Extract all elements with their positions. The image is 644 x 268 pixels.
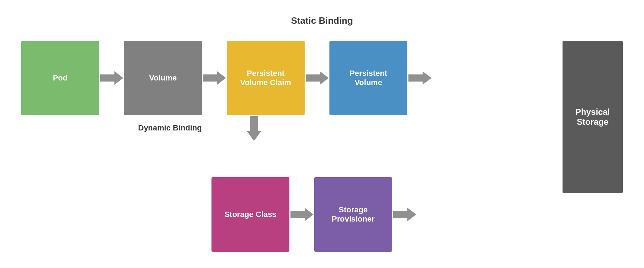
arrow-pv-to-physical — [407, 71, 432, 85]
arrow-down-icon — [247, 116, 261, 141]
top-row: Pod Volume PersistentVolume Claim — [21, 41, 623, 115]
pv-label: PersistentVolume — [350, 69, 387, 87]
physical-label: PhysicalStorage — [575, 107, 610, 127]
dynamic-binding-title: Dynamic Binding — [138, 123, 202, 133]
volume-label: Volume — [149, 73, 177, 83]
bottom-row: Storage Class StorageProvisioner — [211, 177, 417, 252]
svg-marker-6 — [393, 208, 416, 221]
arrow-right-icon-6 — [393, 208, 416, 221]
svg-marker-2 — [306, 71, 329, 85]
storage-provisioner-label: StorageProvisioner — [332, 205, 374, 224]
svg-marker-0 — [100, 71, 123, 85]
svg-marker-4 — [247, 116, 261, 141]
svg-marker-1 — [203, 71, 226, 85]
svg-marker-3 — [408, 71, 431, 85]
arrow-right-icon-4 — [408, 71, 431, 85]
volume-box: Volume — [124, 41, 202, 115]
storage-class-label: Storage Class — [225, 210, 277, 219]
pod-box: Pod — [21, 41, 99, 115]
pvc-label: PersistentVolume Claim — [240, 69, 291, 87]
arrow-right-icon-5 — [290, 208, 313, 221]
arrow-pvc-down — [245, 115, 263, 142]
arrow-pod-to-volume — [99, 71, 124, 85]
storage-provisioner-box: StorageProvisioner — [314, 177, 392, 252]
arrow-right-icon — [100, 71, 123, 85]
pv-box: PersistentVolume — [329, 41, 407, 115]
physical-storage-box: PhysicalStorage — [563, 41, 623, 193]
diagram-container: Static Binding Pod Volume PersistentVolu… — [0, 0, 644, 268]
arrow-right-icon-3 — [306, 71, 329, 85]
storage-class-box: Storage Class — [211, 177, 289, 252]
pvc-box: PersistentVolume Claim — [227, 41, 305, 115]
arrow-sp-to-physical — [392, 207, 417, 222]
svg-marker-5 — [290, 208, 313, 221]
static-binding-title: Static Binding — [0, 15, 644, 26]
pod-label: Pod — [53, 73, 68, 83]
arrow-volume-to-pvc — [202, 71, 227, 85]
arrow-pvc-to-pv — [305, 71, 329, 85]
arrow-sc-to-sp — [289, 207, 314, 222]
arrow-right-icon-2 — [203, 71, 226, 85]
